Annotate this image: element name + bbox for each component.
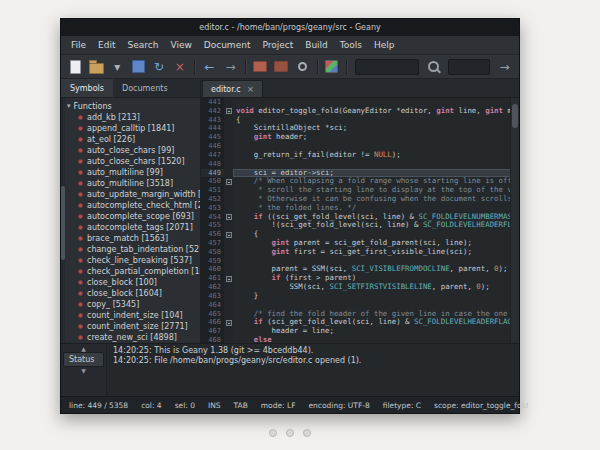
symbol-item[interactable]: auto_close_chars [1520] <box>67 156 200 167</box>
symbol-item[interactable]: auto_update_margin_width [989] <box>67 189 200 200</box>
line-number[interactable]: 457 <box>201 239 224 248</box>
tab-scroll-up-icon[interactable]: ▲ <box>63 345 104 352</box>
fold-marker-icon[interactable] <box>224 274 233 283</box>
search-input[interactable] <box>355 59 419 75</box>
symbol-item[interactable]: check_line_breaking [537] <box>67 255 200 266</box>
tab-close-icon[interactable]: × <box>247 84 255 94</box>
build-button[interactable] <box>272 57 291 77</box>
line-number[interactable]: 455 <box>201 221 224 230</box>
find-button[interactable] <box>424 57 443 77</box>
symbol-item[interactable]: create_new_sci [4898] <box>67 332 200 343</box>
tab-status[interactable]: Status <box>63 352 104 367</box>
close-file-button[interactable]: × <box>170 57 189 77</box>
editor-scrollbar-thumb[interactable] <box>512 104 518 128</box>
code-text: gint parent = sci_get_fold_parent(sci, l… <box>233 239 519 248</box>
execute-button[interactable] <box>293 57 312 77</box>
menu-file[interactable]: File <box>65 38 92 52</box>
menu-view[interactable]: View <box>164 38 197 52</box>
carousel-dot[interactable] <box>286 429 294 437</box>
symbol-item[interactable]: autocomplete_check_html [2208] <box>67 200 200 211</box>
carousel-dot[interactable] <box>303 429 311 437</box>
symbol-item[interactable]: append_calltip [1841] <box>67 123 200 134</box>
line-number[interactable]: 466 <box>201 318 224 327</box>
symbol-item[interactable]: autocomplete_tags [2071] <box>67 222 200 233</box>
symbol-item[interactable]: check_partial_completion [1016] <box>67 266 200 277</box>
tab-scroll-down-icon[interactable]: ▼ <box>63 367 104 374</box>
line-number[interactable]: 453 <box>201 204 224 213</box>
tab-editor-c[interactable]: editor.c × <box>202 80 263 97</box>
fold-marker-icon[interactable] <box>224 230 233 239</box>
line-number[interactable]: 465 <box>201 310 224 319</box>
symbol-item[interactable]: auto_multiline [3518] <box>67 178 200 189</box>
symbol-item[interactable]: count_indent_size [104] <box>67 310 200 321</box>
navigate-back-button[interactable]: ← <box>200 57 219 77</box>
fold-marker-icon[interactable] <box>224 177 233 186</box>
line-number[interactable]: 450 <box>201 177 224 186</box>
menu-build[interactable]: Build <box>299 38 334 52</box>
line-number[interactable]: 449 <box>201 169 224 178</box>
navigate-forward-button[interactable]: → <box>221 57 240 77</box>
symbol-item[interactable]: copy_ [5345] <box>67 299 200 310</box>
line-number[interactable]: 463 <box>201 292 224 301</box>
line-number[interactable]: 452 <box>201 195 224 204</box>
goto-line-input[interactable] <box>448 59 490 75</box>
fold-marker-icon[interactable] <box>224 213 233 222</box>
symbol-item[interactable]: close_block [1604] <box>67 288 200 299</box>
line-number[interactable]: 454 <box>201 213 224 222</box>
line-number[interactable]: 456 <box>201 230 224 239</box>
line-number[interactable]: 447 <box>201 151 224 160</box>
line-number[interactable]: 460 <box>201 265 224 274</box>
symbol-item[interactable]: count_indent_size [2771] <box>67 321 200 332</box>
tab-symbols[interactable]: Symbols <box>61 79 113 97</box>
fold-marker-icon[interactable] <box>224 318 233 327</box>
open-file-button[interactable] <box>87 57 106 77</box>
title-bar[interactable]: editor.c - /home/ban/progs/geany/src - G… <box>61 19 519 36</box>
line-number[interactable]: 458 <box>201 248 224 257</box>
tab-documents[interactable]: Documents <box>113 79 177 97</box>
symbol-item[interactable]: change_tab_indentation [5210] <box>67 244 200 255</box>
line-number[interactable]: 448 <box>201 160 224 169</box>
menu-tools[interactable]: Tools <box>334 38 368 52</box>
line-number[interactable]: 451 <box>201 186 224 195</box>
sidebar-scrollbar-thumb[interactable] <box>61 186 65 260</box>
line-number[interactable]: 446 <box>201 142 224 151</box>
save-file-button[interactable] <box>129 57 148 77</box>
line-number[interactable]: 467 <box>201 327 224 336</box>
symbol-item[interactable]: at_eol [226] <box>67 134 200 145</box>
symbol-item[interactable]: autocomplete_scope [693] <box>67 211 200 222</box>
expander-icon[interactable]: ▾ <box>67 102 71 110</box>
line-number[interactable]: 462 <box>201 283 224 292</box>
compile-button[interactable] <box>251 57 270 77</box>
line-number[interactable]: 459 <box>201 257 224 266</box>
carousel-dot[interactable] <box>269 429 277 437</box>
symbol-item[interactable]: close_block [100] <box>67 277 200 288</box>
line-number[interactable]: 441 <box>201 98 224 107</box>
revert-file-button[interactable]: ↻ <box>150 57 169 77</box>
symbol-item[interactable]: auto_multiline [99] <box>67 167 200 178</box>
code-area[interactable]: 441442void editor_toggle_fold(GeanyEdito… <box>201 98 519 343</box>
menu-project[interactable]: Project <box>256 38 299 52</box>
goto-line-button[interactable]: → <box>495 57 514 77</box>
symbol-label: add_kb [213] <box>87 113 140 122</box>
symbols-root[interactable]: ▾ Functions <box>67 100 200 112</box>
fold-marker-icon[interactable] <box>224 107 233 116</box>
menu-document[interactable]: Document <box>198 38 257 52</box>
sidebar-scrollbar[interactable] <box>61 98 65 343</box>
open-file-dropdown-button[interactable]: ▾ <box>108 57 127 77</box>
new-file-button[interactable] <box>66 57 85 77</box>
editor-scrollbar[interactable] <box>510 98 519 343</box>
symbol-item[interactable]: auto_close_chars [99] <box>67 145 200 156</box>
color-chooser-button[interactable] <box>322 57 341 77</box>
line-number[interactable]: 445 <box>201 133 224 142</box>
line-number[interactable]: 461 <box>201 274 224 283</box>
symbol-item[interactable]: add_kb [213] <box>67 112 200 123</box>
symbol-item[interactable]: brace_match [1563] <box>67 233 200 244</box>
line-number[interactable]: 444 <box>201 124 224 133</box>
menu-edit[interactable]: Edit <box>92 38 121 52</box>
line-number[interactable]: 468 <box>201 336 224 343</box>
line-number[interactable]: 443 <box>201 116 224 125</box>
menu-search[interactable]: Search <box>122 38 165 52</box>
line-number[interactable]: 464 <box>201 301 224 310</box>
line-number[interactable]: 442 <box>201 107 224 116</box>
menu-help[interactable]: Help <box>368 38 401 52</box>
